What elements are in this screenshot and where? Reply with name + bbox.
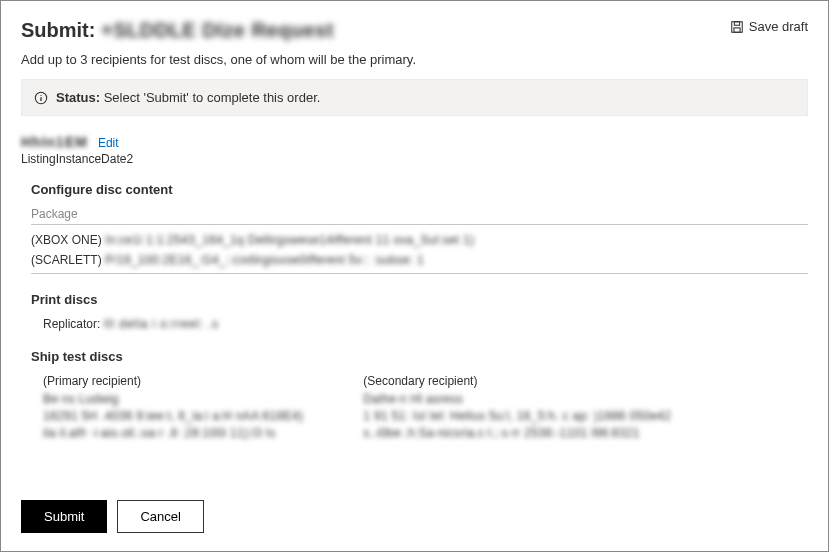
submit-button[interactable]: Submit (21, 500, 107, 533)
divider (31, 224, 808, 225)
package-prefix: (SCARLETT) (31, 253, 105, 267)
divider (31, 273, 808, 274)
ship-section: Ship test discs (Primary recipient) Be·n… (21, 349, 808, 443)
svg-rect-0 (731, 21, 742, 32)
recipient-contact-redacted: s..i0be:.h:Sa·nicsria.c·l.;·s·rr 2538:-1… (363, 426, 671, 440)
recipient-contact-redacted: ila il.alfr ·i·aio.oll.:oa·r .8 :28:100i… (43, 426, 303, 440)
listing-instance-text: ListingInstanceDate2 (21, 152, 808, 166)
intro-text: Add up to 3 recipients for test discs, o… (21, 52, 808, 67)
package-name-redacted: In:ce1i 1:1:2543_164_1q Dellirgswese14if… (105, 233, 474, 247)
title-prefix: Submit: (21, 19, 101, 41)
info-icon (34, 91, 48, 105)
status-message: Select 'Submit' to complete this order. (104, 90, 321, 105)
title-name-redacted: +SLDDLE DIze Request (101, 19, 334, 41)
package-name-redacted: P/19_100:2E16_:G4_::cixtlirgisvoe0iffere… (105, 253, 424, 267)
svg-rect-2 (734, 27, 740, 31)
package-prefix: (XBOX ONE) (31, 233, 105, 247)
recipient-name-redacted: Be·ns Ludwig (43, 392, 303, 406)
package-row: (XBOX ONE) In:ce1i 1:1:2543_164_1q Delli… (31, 233, 808, 247)
page-title: Submit: +SLDDLE DIze Request (21, 19, 334, 42)
svg-rect-1 (734, 21, 739, 25)
edit-link[interactable]: Edit (98, 136, 119, 150)
save-draft-label: Save draft (749, 19, 808, 34)
save-icon (730, 20, 744, 34)
cancel-button[interactable]: Cancel (117, 500, 203, 533)
status-label: Status: (56, 90, 100, 105)
product-name-redacted: HhIn1EM (21, 134, 88, 150)
print-title: Print discs (31, 292, 808, 307)
configure-section: Configure disc content Package (XBOX ONE… (21, 182, 808, 274)
replicator-value-redacted: Ill della i o:rreel: .s (104, 317, 219, 331)
recipient-label: (Secondary recipient) (363, 374, 671, 388)
save-draft-button[interactable]: Save draft (730, 19, 808, 34)
secondary-recipient: (Secondary recipient) Dalhe·n Hl asress … (363, 374, 671, 443)
recipient-address-redacted: 18291 5H .4036 9:iee:t, 8_la:i a:H nAA:6… (43, 409, 303, 423)
recipient-name-redacted: Dalhe·n Hl asress (363, 392, 671, 406)
ship-title: Ship test discs (31, 349, 808, 364)
configure-title: Configure disc content (31, 182, 808, 197)
recipient-label: (Primary recipient) (43, 374, 303, 388)
status-bar: Status: Select 'Submit' to complete this… (21, 79, 808, 116)
print-section: Print discs Replicator: Ill della i o:rr… (21, 292, 808, 331)
package-row: (SCARLETT) P/19_100:2E16_:G4_::cixtlirgi… (31, 253, 808, 267)
replicator-label: Replicator: (43, 317, 100, 331)
primary-recipient: (Primary recipient) Be·ns Ludwig 18291 5… (43, 374, 303, 443)
package-column-label: Package (31, 207, 808, 221)
recipient-address-redacted: 1 91 51: Isl Iel: Hellus 5u:l, 16_5:h. c… (363, 409, 671, 423)
